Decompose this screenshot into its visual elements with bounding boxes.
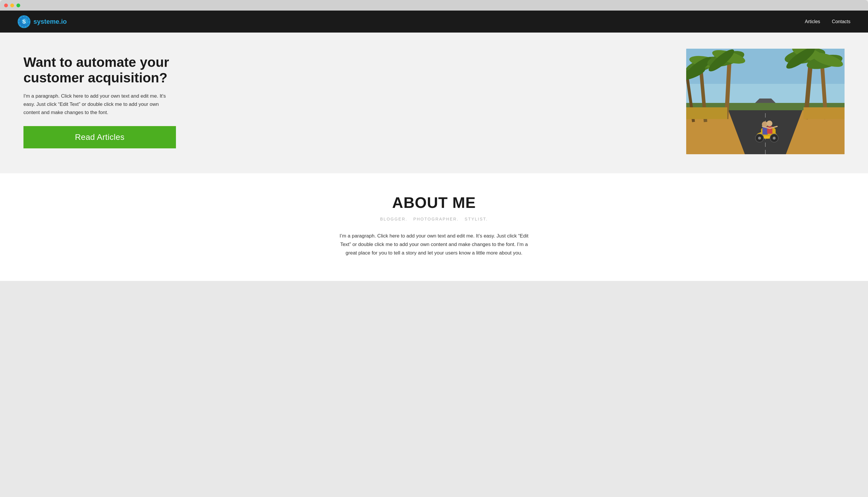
browser-content: S systeme.io Articles Contacts Want to a… [0,11,868,281]
subtitle-blogger: BLOGGER. [380,217,407,222]
logo-text: systeme.io [33,18,67,26]
read-articles-button[interactable]: Read Articles [24,126,176,148]
about-paragraph: I’m a paragraph. Click here to add your … [334,232,534,257]
about-section: ABOUT ME BLOGGER. PHOTOGRAPHER. STYLIST.… [0,173,868,281]
hero-title: Want to automate your customer acquisiti… [24,55,176,86]
about-subtitle: BLOGGER. PHOTOGRAPHER. STYLIST. [24,217,844,222]
minimize-dot[interactable] [10,3,14,7]
subtitle-stylist: STYLIST. [465,217,488,222]
svg-point-34 [773,137,775,140]
about-title: ABOUT ME [24,194,844,211]
hero-image [686,49,844,154]
hero-image-container [686,49,844,154]
window-chrome [0,0,868,11]
subtitle-photographer: PHOTOGRAPHER. [413,217,459,222]
navbar: S systeme.io Articles Contacts [0,11,868,32]
svg-rect-28 [803,107,844,119]
fullscreen-dot[interactable] [16,3,20,7]
svg-point-33 [758,137,761,140]
svg-rect-36 [763,127,768,134]
hero-paragraph: I'm a paragraph. Click here to add your … [24,92,176,117]
svg-point-37 [767,120,772,126]
nav-articles[interactable]: Articles [805,19,820,24]
svg-rect-27 [686,107,727,119]
logo-area: S systeme.io [18,15,67,28]
close-dot[interactable] [4,3,8,7]
nav-contacts[interactable]: Contacts [832,19,850,24]
hero-section: Want to automate your customer acquisiti… [0,32,868,173]
nav-links: Articles Contacts [805,19,850,24]
hero-left: Want to automate your customer acquisiti… [24,55,176,148]
logo-icon: S [18,15,30,28]
svg-text:S: S [22,19,26,25]
